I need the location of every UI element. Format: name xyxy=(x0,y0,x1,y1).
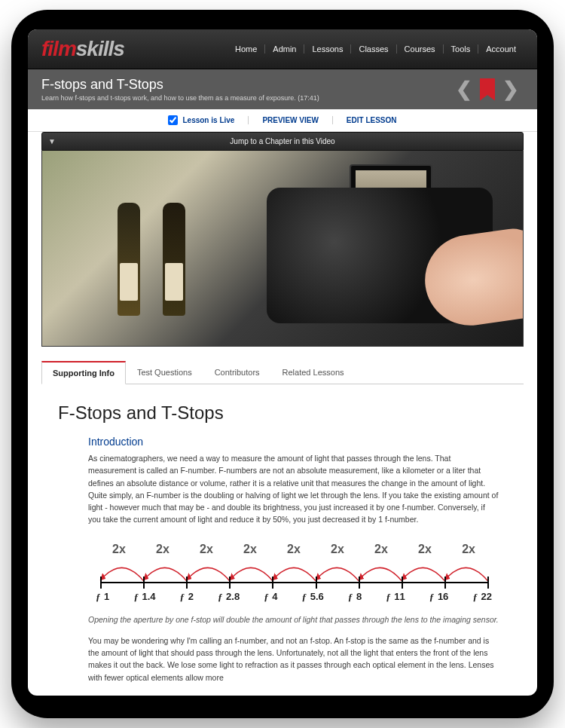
fstop-value-label: ƒ 8 xyxy=(348,591,362,603)
fstop-multiplier-label: 2x xyxy=(112,543,126,556)
tab-contributors[interactable]: Contributors xyxy=(203,361,271,384)
lesson-header: F-stops and T-Stops Learn how f-stops an… xyxy=(28,69,537,109)
video-section: ▼ Jump to a Chapter in this Video xyxy=(28,132,537,347)
fstop-multiplier-label: 2x xyxy=(200,543,213,556)
fstop-multipliers: 2x2x2x2x2x2x2x2x2x xyxy=(88,543,499,556)
nav-tools[interactable]: Tools xyxy=(443,44,478,54)
tab-supporting-info[interactable]: Supporting Info xyxy=(41,361,126,384)
next-lesson-button[interactable]: ❯ xyxy=(498,78,524,101)
fstop-value-label: ƒ 11 xyxy=(386,591,405,603)
brand-part1: film xyxy=(41,37,76,60)
prev-lesson-button[interactable]: ❮ xyxy=(451,78,477,101)
fstop-tick xyxy=(316,577,317,589)
fstop-number-line xyxy=(100,582,487,583)
lesson-nav: ❮ ❯ xyxy=(451,78,524,101)
nav-home[interactable]: Home xyxy=(228,44,264,54)
chevron-down-icon: ▼ xyxy=(48,137,56,145)
fstop-tick xyxy=(100,577,102,589)
tab-related-lessons[interactable]: Related Lessons xyxy=(271,361,356,384)
top-navbar: filmskills Home Admin Lessons Classes Co… xyxy=(28,29,537,69)
fstop-value-label: ƒ 2 xyxy=(180,591,194,603)
fstop-tick xyxy=(143,577,145,589)
fstop-value-label: ƒ 5.6 xyxy=(302,591,324,603)
fstop-tick xyxy=(229,577,231,589)
fstop-diagram: 2x2x2x2x2x2x2x2x2x ƒ 1ƒ 1.4ƒ 2ƒ 2.8ƒ 4ƒ … xyxy=(88,543,499,603)
fstop-value-label: ƒ 16 xyxy=(429,591,449,603)
lesson-title: F-stops and T-Stops xyxy=(41,77,319,93)
fstop-multiplier-label: 2x xyxy=(156,543,170,556)
bookmark-icon[interactable] xyxy=(480,78,495,101)
fstop-multiplier-label: 2x xyxy=(462,543,475,556)
lesson-tabs: Supporting Info Test Questions Contribut… xyxy=(41,360,524,384)
nav-account[interactable]: Account xyxy=(478,44,524,54)
fstop-tick xyxy=(487,577,489,589)
lesson-subtitle: Learn how f-stops and t-stops work, and … xyxy=(41,94,319,102)
tablet-frame: filmskills Home Admin Lessons Classes Co… xyxy=(11,10,554,718)
article-intro-paragraph: As cinematographers, we need a way to me… xyxy=(88,452,499,526)
article-intro-block: Introduction As cinematographers, we nee… xyxy=(58,436,507,684)
fstop-tick xyxy=(402,577,403,589)
article-body-paragraph: You may be wondering why I'm calling an … xyxy=(88,635,499,684)
lesson-controls: Lesson is Live PREVIEW VIEW EDIT LESSON xyxy=(28,109,537,132)
fstop-caption: Opening the aperture by one f-stop will … xyxy=(88,613,499,626)
fstop-tick xyxy=(359,577,360,589)
tab-test-questions[interactable]: Test Questions xyxy=(126,361,203,384)
fstop-tick xyxy=(272,577,273,589)
screen: filmskills Home Admin Lessons Classes Co… xyxy=(28,29,537,696)
lesson-live-toggle[interactable]: Lesson is Live xyxy=(154,115,248,125)
nav-classes[interactable]: Classes xyxy=(350,44,396,54)
fstop-tick xyxy=(444,577,446,589)
fstop-values: ƒ 1ƒ 1.4ƒ 2ƒ 2.8ƒ 4ƒ 5.6ƒ 8ƒ 11ƒ 16ƒ 22 xyxy=(96,591,492,603)
chapter-dropdown-label: Jump to a Chapter in this Video xyxy=(230,137,334,145)
fstop-multiplier-label: 2x xyxy=(243,543,257,556)
lesson-live-label: Lesson is Live xyxy=(182,116,234,124)
fstop-multiplier-label: 2x xyxy=(374,543,388,556)
fstop-multiplier-label: 2x xyxy=(287,543,301,556)
lesson-live-checkbox[interactable] xyxy=(168,115,178,125)
chapter-dropdown[interactable]: ▼ Jump to a Chapter in this Video xyxy=(41,132,524,151)
lesson-tabs-wrap: Supporting Info Test Questions Contribut… xyxy=(28,347,537,384)
fstop-value-label: ƒ 4 xyxy=(264,591,277,603)
brand-logo[interactable]: filmskills xyxy=(41,37,124,61)
main-nav: Home Admin Lessons Classes Courses Tools… xyxy=(228,44,524,54)
brand-part2: skills xyxy=(76,37,124,60)
edit-lesson-button[interactable]: EDIT LESSON xyxy=(332,116,411,124)
fstop-value-label: ƒ 22 xyxy=(472,591,492,603)
fstop-tick xyxy=(186,577,188,589)
fstop-value-label: ƒ 2.8 xyxy=(218,591,240,603)
nav-admin[interactable]: Admin xyxy=(264,44,304,54)
fstop-value-label: ƒ 1.4 xyxy=(133,591,155,603)
scene-bottle-icon xyxy=(163,203,185,316)
video-player[interactable] xyxy=(41,151,524,347)
fstop-value-label: ƒ 1 xyxy=(96,591,109,603)
fstop-multiplier-label: 2x xyxy=(418,543,432,556)
preview-view-button[interactable]: PREVIEW VIEW xyxy=(248,116,331,124)
article-content: F-Stops and T-Stops Introduction As cine… xyxy=(28,384,537,696)
fstop-arcs xyxy=(100,556,487,582)
nav-lessons[interactable]: Lessons xyxy=(304,44,350,54)
fstop-multiplier-label: 2x xyxy=(331,543,344,556)
nav-courses[interactable]: Courses xyxy=(396,44,443,54)
scene-bottle-icon xyxy=(118,203,140,316)
article-section-title: Introduction xyxy=(88,436,499,448)
article-heading: F-Stops and T-Stops xyxy=(58,402,507,424)
lesson-title-block: F-stops and T-Stops Learn how f-stops an… xyxy=(41,77,319,102)
